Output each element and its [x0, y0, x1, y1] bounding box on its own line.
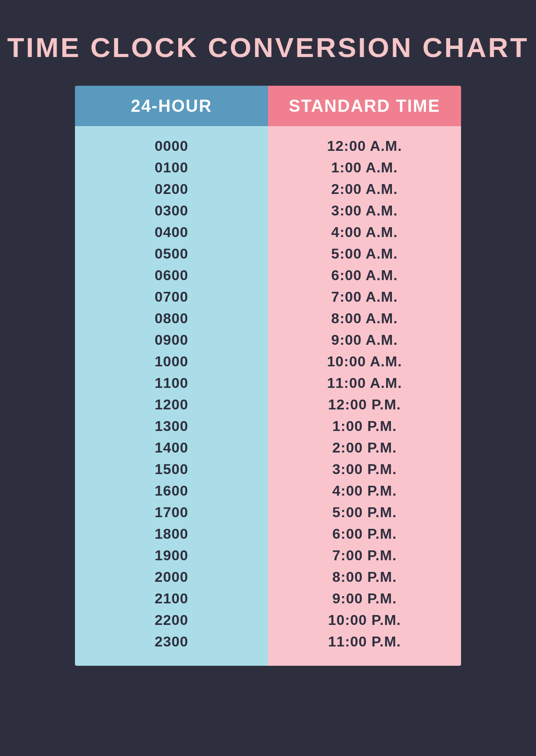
body-standard: 12:00 A.M.1:00 A.M.2:00 A.M.3:00 A.M.4:0… [268, 126, 461, 666]
table-row: 8:00 A.M. [268, 308, 461, 329]
table-row: 0000 [75, 135, 268, 157]
table-row: 2300 [75, 631, 268, 652]
table-row: 5:00 P.M. [268, 501, 461, 523]
table-row: 1500 [75, 458, 268, 480]
table-row: 0600 [75, 264, 268, 286]
table-row: 1700 [75, 501, 268, 523]
table-row: 1:00 P.M. [268, 415, 461, 437]
table-row: 4:00 A.M. [268, 221, 461, 243]
table-row: 0400 [75, 221, 268, 243]
table-row: 0500 [75, 243, 268, 264]
table-row: 1900 [75, 545, 268, 566]
table-row: 6:00 A.M. [268, 264, 461, 286]
table-row: 1300 [75, 415, 268, 437]
table-row: 1:00 A.M. [268, 157, 461, 178]
table-row: 0700 [75, 286, 268, 308]
table-row: 8:00 P.M. [268, 566, 461, 588]
table-row: 7:00 A.M. [268, 286, 461, 308]
column-standard: STANDARD TIME 12:00 A.M.1:00 A.M.2:00 A.… [268, 86, 461, 666]
header-24hour: 24-HOUR [75, 86, 268, 126]
table-row: 3:00 A.M. [268, 200, 461, 221]
table-row: 0900 [75, 329, 268, 351]
column-24hour: 24-HOUR 00000100020003000400050006000700… [75, 86, 268, 666]
table-row: 1400 [75, 437, 268, 458]
table-row: 0300 [75, 200, 268, 221]
table-row: 10:00 A.M. [268, 351, 461, 372]
table-row: 6:00 P.M. [268, 523, 461, 545]
table-row: 0800 [75, 308, 268, 329]
table-row: 2:00 P.M. [268, 437, 461, 458]
page-title: TIME CLOCK CONVERSION CHART [7, 31, 529, 63]
table-row: 5:00 A.M. [268, 243, 461, 264]
table-row: 11:00 A.M. [268, 372, 461, 394]
table-row: 2200 [75, 609, 268, 631]
table-row: 10:00 P.M. [268, 609, 461, 631]
table-row: 1800 [75, 523, 268, 545]
header-standard: STANDARD TIME [268, 86, 461, 126]
table-row: 9:00 P.M. [268, 588, 461, 609]
table-row: 7:00 P.M. [268, 545, 461, 566]
table-row: 1200 [75, 394, 268, 415]
table-row: 1000 [75, 351, 268, 372]
table-row: 1600 [75, 480, 268, 501]
table-row: 4:00 P.M. [268, 480, 461, 501]
table-row: 2100 [75, 588, 268, 609]
table-row: 9:00 A.M. [268, 329, 461, 351]
table-row: 0100 [75, 157, 268, 178]
body-24hour: 0000010002000300040005000600070008000900… [75, 126, 268, 666]
table-row: 11:00 P.M. [268, 631, 461, 652]
table-row: 0200 [75, 178, 268, 200]
conversion-table: 24-HOUR 00000100020003000400050006000700… [75, 86, 461, 666]
table-row: 2:00 A.M. [268, 178, 461, 200]
table-row: 1100 [75, 372, 268, 394]
table-row: 2000 [75, 566, 268, 588]
table-row: 3:00 P.M. [268, 458, 461, 480]
table-row: 12:00 A.M. [268, 135, 461, 157]
table-row: 12:00 P.M. [268, 394, 461, 415]
